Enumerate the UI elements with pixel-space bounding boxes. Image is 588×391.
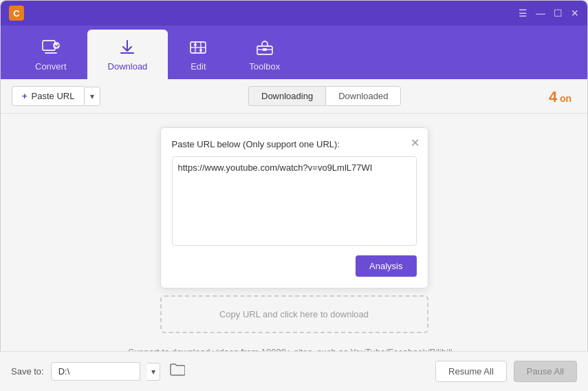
drop-zone[interactable]: Copy URL and click here to download (160, 295, 428, 333)
tab-convert-label: Convert (35, 61, 67, 72)
nav-bar: Convert Download Edit Toolbox (1, 25, 587, 79)
folder-icon[interactable] (170, 363, 185, 379)
tab-edit[interactable]: Edit (168, 30, 228, 79)
drop-zone-text: Copy URL and click here to download (219, 309, 369, 319)
tab-toolbox-label: Toolbox (249, 61, 280, 72)
url-input[interactable]: https://www.youtube.com/watch?v=vo9LmlL7… (172, 156, 417, 246)
save-path-dropdown[interactable]: ▾ (147, 363, 160, 381)
toolbox-icon (255, 38, 274, 57)
title-bar-controls: ☰ — ☐ ✕ (519, 8, 579, 19)
tab-edit-label: Edit (190, 61, 206, 72)
toolbar: + Paste URL ▾ Downloading Downloaded 4 o… (1, 79, 587, 114)
svg-rect-6 (263, 48, 267, 51)
toolbar-left: + Paste URL ▾ (12, 86, 100, 106)
downloaded-tab[interactable]: Downloaded (325, 86, 401, 106)
tab-toolbox[interactable]: Toolbox (228, 30, 301, 79)
svg-point-1 (53, 42, 60, 49)
main-content: Paste URL below (Only support one URL): … (1, 114, 587, 355)
minimize-button[interactable]: — (536, 8, 545, 19)
paste-url-dropdown[interactable]: ▾ (84, 87, 100, 106)
svg-text:4: 4 (549, 88, 558, 105)
tab-download-label: Download (108, 61, 148, 72)
tab-convert[interactable]: Convert (14, 30, 87, 79)
title-bar-left: C (9, 6, 24, 21)
maximize-button[interactable]: ☐ (554, 8, 563, 19)
tab-download[interactable]: Download (87, 30, 168, 79)
4on-logo: 4 on (549, 87, 576, 106)
svg-point-3 (194, 43, 197, 46)
bottom-bar: Save to: ▾ Resume All Pause All (0, 351, 588, 391)
download-tab-group: Downloading Downloaded (248, 86, 401, 106)
save-path-input[interactable] (51, 362, 140, 381)
download-icon (118, 38, 137, 57)
plus-icon: + (22, 91, 28, 101)
paste-url-label: Paste URL (32, 91, 75, 101)
save-to-label: Save to: (11, 366, 44, 377)
svg-text:on: on (560, 93, 571, 104)
close-button[interactable]: ✕ (571, 8, 579, 19)
edit-icon (188, 38, 208, 57)
url-dialog-title: Paste URL below (Only support one URL): (172, 139, 417, 149)
menu-icon[interactable]: ☰ (519, 8, 527, 19)
title-bar: C ☰ — ☐ ✕ (1, 1, 587, 25)
url-dialog-close[interactable]: ✕ (411, 136, 420, 149)
analysis-button[interactable]: Analysis (356, 255, 416, 277)
url-dialog: Paste URL below (Only support one URL): … (160, 127, 428, 288)
convert-icon (41, 38, 61, 57)
paste-url-button[interactable]: + Paste URL (12, 86, 84, 106)
app-logo: C (9, 6, 24, 21)
pause-all-button[interactable]: Pause All (514, 361, 577, 382)
downloading-tab[interactable]: Downloading (248, 86, 325, 106)
resume-all-button[interactable]: Resume All (435, 361, 507, 382)
svg-point-4 (199, 49, 202, 52)
